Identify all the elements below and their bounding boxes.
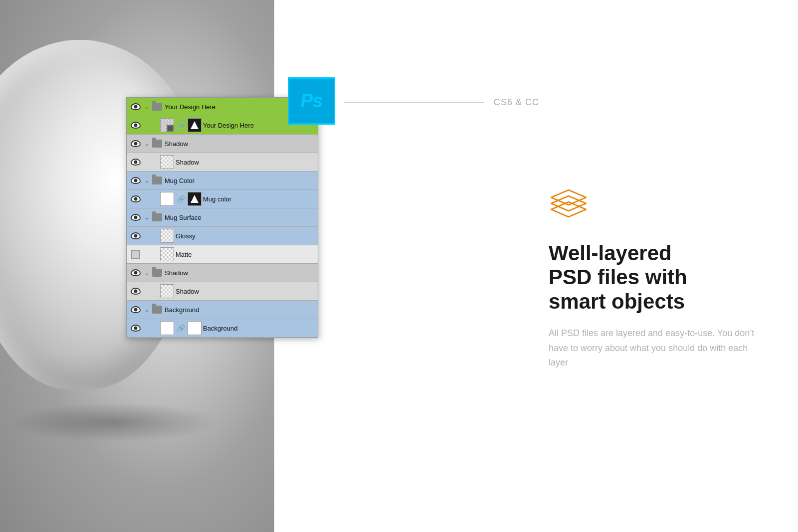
eye-icon	[131, 122, 141, 129]
eye-icon	[131, 214, 141, 221]
eye-empty-icon	[131, 250, 140, 259]
eye-visibility[interactable]	[127, 325, 145, 332]
chain-icon: 🔗	[177, 195, 185, 203]
layer-label: Shadow	[165, 140, 188, 148]
layer-label: Shadow	[176, 288, 199, 295]
eye-visibility[interactable]	[127, 177, 145, 184]
layer-label: Your Design Here	[203, 122, 254, 129]
ps-logo-text: Ps	[300, 90, 322, 112]
layer-row[interactable]: ⌄ Shadow	[127, 264, 318, 282]
right-info-section: Well-layered PSD files with smart object…	[549, 189, 758, 370]
eye-visibility[interactable]	[127, 214, 145, 221]
layer-label: Mug Surface	[165, 214, 201, 221]
layer-label: Shadow	[165, 269, 188, 277]
eye-icon	[131, 195, 141, 202]
chevron-icon: ⌄	[145, 104, 149, 110]
layer-label: Matte	[176, 251, 192, 258]
svg-marker-0	[551, 202, 586, 217]
layer-label: Background	[203, 325, 237, 332]
eye-icon	[131, 140, 141, 147]
eye-icon	[131, 103, 141, 110]
layer-row[interactable]: ⌄ Mug Surface	[127, 208, 318, 227]
svg-marker-1	[551, 196, 586, 211]
layer-mask-thumbnail	[188, 321, 201, 335]
eye-icon	[131, 269, 141, 276]
chevron-icon: ⌄	[145, 141, 149, 147]
chevron-icon: ⌄	[145, 307, 149, 313]
layer-thumbnail	[160, 155, 174, 169]
eye-icon	[131, 159, 141, 166]
info-description: All PSD files are layered and easy-to-us…	[549, 326, 758, 370]
photoshop-badge: Ps	[288, 77, 335, 125]
mask-shape	[191, 121, 199, 129]
chain-icon: 🔗	[177, 324, 185, 332]
layers-panel: ⌄ Your Design Here 🔗 Your Design Here ⌄ …	[126, 97, 318, 338]
eye-visibility[interactable]	[127, 232, 145, 239]
layer-mask-thumbnail	[188, 192, 201, 206]
folder-icon	[152, 140, 162, 148]
layer-row[interactable]: Glossy	[127, 227, 318, 245]
layer-row[interactable]: ⌄ Background	[127, 301, 318, 319]
folder-icon	[152, 177, 162, 184]
eye-visibility[interactable]	[127, 195, 145, 202]
mask-shape	[191, 195, 199, 203]
layer-thumbnail	[160, 192, 174, 206]
layer-thumbnail	[160, 247, 174, 261]
layer-label: Shadow	[176, 159, 199, 166]
folder-icon	[152, 269, 162, 277]
layer-label: Glossy	[176, 232, 196, 240]
chevron-icon: ⌄	[145, 270, 149, 276]
layer-row[interactable]: Matte	[127, 245, 318, 264]
folder-icon	[152, 103, 162, 111]
eye-visibility[interactable]	[127, 269, 145, 276]
eye-icon	[131, 232, 141, 239]
eye-icon	[131, 177, 141, 184]
layer-row[interactable]: Shadow	[127, 153, 318, 172]
eye-icon	[131, 325, 141, 332]
layers-icon-container	[549, 189, 758, 226]
eye-visibility[interactable]	[127, 122, 145, 129]
folder-icon	[152, 306, 162, 314]
eye-visibility[interactable]	[127, 140, 145, 147]
version-area: CS6 & CC	[344, 97, 539, 108]
eye-visibility[interactable]	[127, 250, 145, 259]
layer-row[interactable]: 🔗 Background	[127, 319, 318, 338]
mug-shadow	[10, 402, 219, 442]
eye-visibility[interactable]	[127, 306, 145, 313]
chevron-icon: ⌄	[145, 215, 149, 220]
folder-icon	[152, 213, 162, 221]
layer-mask-thumbnail	[188, 118, 201, 132]
eye-icon	[131, 288, 141, 295]
version-divider	[344, 102, 484, 103]
layers-icon	[549, 189, 589, 224]
layer-row[interactable]: Shadow	[127, 282, 318, 301]
eye-icon	[131, 306, 141, 313]
eye-visibility[interactable]	[127, 159, 145, 166]
info-title: Well-layered PSD files with smart object…	[549, 241, 758, 314]
svg-marker-2	[551, 190, 586, 205]
layer-thumbnail	[160, 118, 174, 132]
layer-row[interactable]: 🔗 Mug color	[127, 190, 318, 208]
eye-visibility[interactable]	[127, 103, 145, 110]
layer-row[interactable]: ⌄ Shadow	[127, 135, 318, 153]
layer-thumbnail	[160, 229, 174, 243]
layer-thumbnail	[160, 284, 174, 298]
chain-icon: 🔗	[177, 121, 185, 129]
smart-object-icon	[167, 125, 174, 132]
layer-label: Background	[165, 306, 199, 314]
layer-thumbnail	[160, 321, 174, 335]
chevron-icon: ⌄	[145, 178, 149, 183]
layer-label: Mug Color	[165, 177, 195, 184]
layer-row[interactable]: ⌄ Mug Color	[127, 172, 318, 190]
layer-label: Mug color	[203, 195, 231, 203]
eye-visibility[interactable]	[127, 288, 145, 295]
layer-label: Your Design Here	[165, 103, 215, 111]
version-label: CS6 & CC	[494, 97, 539, 108]
